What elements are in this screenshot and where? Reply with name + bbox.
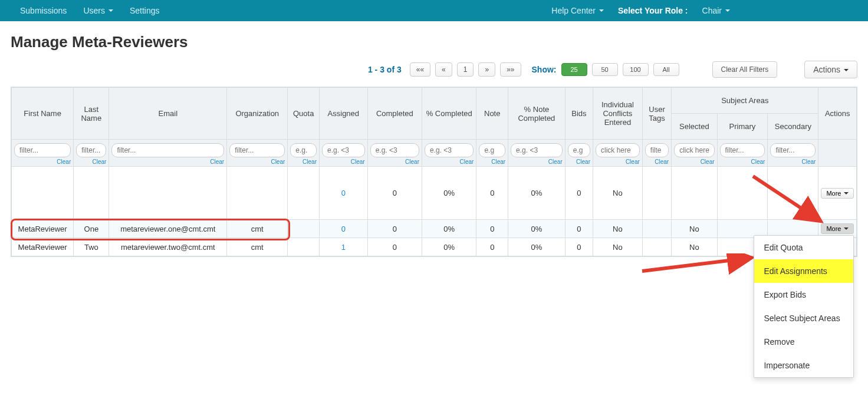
col-user-tags[interactable]: User Tags (642, 88, 671, 140)
cell-last-name: Two (74, 238, 109, 256)
col-last-name[interactable]: Last Name (74, 88, 109, 140)
filter-email[interactable] (111, 143, 224, 157)
col-bids[interactable]: Bids (565, 88, 593, 140)
more-button[interactable]: More (821, 223, 854, 234)
cell-note: 0 (476, 220, 508, 238)
cell-first-name (12, 167, 74, 220)
col-assigned[interactable]: Assigned (320, 88, 368, 140)
clear-filter[interactable]: Clear (720, 159, 765, 165)
cell-actions: More (818, 167, 857, 220)
col-completed[interactable]: Completed (367, 88, 422, 140)
filter-quota[interactable] (290, 143, 317, 157)
col-pct-note[interactable]: % Note Completed (508, 88, 565, 140)
filter-note[interactable] (479, 143, 505, 157)
col-note[interactable]: Note (476, 88, 508, 140)
nav-help[interactable]: Help Center (543, 1, 612, 20)
actions-button[interactable]: Actions (804, 61, 857, 78)
filter-first-name[interactable] (14, 143, 71, 157)
pagesize-all[interactable]: All (653, 63, 679, 76)
cell-email (109, 167, 227, 220)
col-organization[interactable]: Organization (227, 88, 288, 140)
col-actions: Actions (818, 88, 857, 140)
filter-primary[interactable] (720, 143, 765, 157)
filter-ice[interactable] (596, 143, 640, 157)
filter-pct-note[interactable] (511, 143, 563, 157)
caret-down-icon (599, 9, 604, 12)
col-ice[interactable]: Individual Conflicts Entered (593, 88, 643, 140)
clear-filter[interactable]: Clear (290, 159, 317, 165)
clear-filter[interactable]: Clear (111, 159, 224, 165)
cell-pct-note: 0% (508, 220, 565, 238)
clear-filter[interactable]: Clear (568, 159, 590, 165)
cell-pct-completed: 0% (422, 220, 476, 238)
filter-selected[interactable] (674, 143, 714, 157)
filter-pct-completed[interactable] (425, 143, 474, 157)
filter-secondary[interactable] (770, 143, 816, 157)
clear-filter[interactable]: Clear (645, 159, 669, 165)
pagesize-100[interactable]: 100 (623, 63, 649, 76)
clear-filter[interactable]: Clear (674, 159, 714, 165)
clear-filter[interactable]: Clear (596, 159, 640, 165)
nav-settings[interactable]: Settings (121, 1, 168, 20)
reviewers-table-wrap: First Name Last Name Email Organization … (11, 87, 857, 257)
pager-info: 1 - 3 of 3 (368, 65, 402, 74)
cell-assigned: 1 (320, 238, 368, 256)
clear-filter[interactable]: Clear (370, 159, 419, 165)
pagesize-50[interactable]: 50 (592, 63, 618, 76)
cell-selected: No (672, 238, 717, 256)
clear-filter[interactable]: Clear (229, 159, 285, 165)
cell-pct-completed: 0% (422, 167, 476, 220)
table-row: 000%00%0NoMore (12, 167, 857, 220)
col-email[interactable]: Email (109, 88, 227, 140)
cell-pct-completed: 0% (422, 238, 476, 256)
reviewers-table: First Name Last Name Email Organization … (11, 87, 857, 256)
clear-filter[interactable]: Clear (425, 159, 474, 165)
cell-org: cmt (227, 220, 288, 238)
filter-tags[interactable] (645, 143, 669, 157)
cell-ice: No (593, 167, 643, 220)
filter-last-name[interactable] (76, 143, 106, 157)
pager-next[interactable]: » (478, 62, 495, 77)
pager-first[interactable]: «« (410, 62, 430, 77)
clear-filter[interactable]: Clear (14, 159, 71, 165)
pager-last[interactable]: »» (500, 62, 521, 77)
pager-prev[interactable]: « (435, 62, 452, 77)
more-button[interactable]: More (821, 188, 854, 199)
col-quota[interactable]: Quota (288, 88, 320, 140)
clear-all-filters[interactable]: Clear All Filters (712, 61, 778, 78)
filter-bids[interactable] (568, 143, 590, 157)
cell-last-name (74, 167, 109, 220)
cell-selected: No (672, 220, 717, 238)
page-title: Manage Meta-Reviewers (11, 33, 857, 51)
clear-filter[interactable]: Clear (76, 159, 106, 165)
nav-users[interactable]: Users (75, 1, 121, 20)
nav-users-label: Users (83, 6, 105, 15)
clear-filter[interactable]: Clear (479, 159, 505, 165)
nav-submissions[interactable]: Submissions (12, 1, 75, 20)
assigned-link[interactable]: 0 (341, 189, 346, 197)
assigned-link[interactable]: 1 (341, 243, 346, 252)
filter-completed[interactable] (370, 143, 419, 157)
clear-filter[interactable]: Clear (511, 159, 563, 165)
nav-role[interactable]: Chair (694, 1, 738, 20)
pager-page[interactable]: 1 (457, 62, 474, 77)
dropdown-edit-quota[interactable]: Edit Quota (754, 236, 853, 257)
assigned-link[interactable]: 0 (341, 225, 346, 233)
filter-org[interactable] (229, 143, 285, 157)
col-primary[interactable]: Primary (717, 114, 768, 140)
cell-assigned: 0 (320, 167, 368, 220)
caret-down-icon (844, 227, 849, 230)
cell-bids: 0 (565, 220, 593, 238)
col-pct-completed[interactable]: % Completed (422, 88, 476, 140)
filter-assigned[interactable] (322, 143, 365, 157)
pagesize-25[interactable]: 25 (561, 63, 587, 76)
cell-org (227, 167, 288, 220)
col-selected[interactable]: Selected (672, 114, 717, 140)
clear-filter[interactable]: Clear (322, 159, 365, 165)
col-secondary[interactable]: Secondary (768, 114, 818, 140)
clear-filter[interactable]: Clear (770, 159, 816, 165)
col-first-name[interactable]: First Name (12, 88, 74, 140)
caret-down-icon (108, 9, 113, 12)
controls-bar: 1 - 3 of 3 «« « 1 » »» Show: 25 50 100 A… (0, 57, 868, 87)
cell-completed: 0 (367, 167, 422, 220)
